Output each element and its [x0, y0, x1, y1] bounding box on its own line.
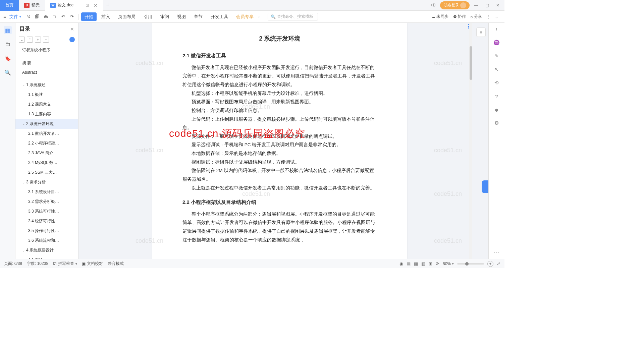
- login-button[interactable]: 访客登录: [440, 1, 470, 9]
- tab-add-button[interactable]: +: [103, 2, 113, 9]
- style-icon[interactable]: ♒: [493, 39, 500, 46]
- tab-document[interactable]: W 论文.doc ⊡ ✕: [45, 0, 103, 11]
- edit-icon[interactable]: ✎: [493, 52, 500, 60]
- save-as-icon[interactable]: 🗐: [33, 13, 41, 20]
- outline-indicator-icon[interactable]: [69, 37, 75, 42]
- help-icon[interactable]: ?: [493, 93, 500, 100]
- outline-item[interactable]: 1.2 课题意义: [15, 100, 78, 109]
- search-input[interactable]: 🔍查找命令、搜索模板: [268, 13, 318, 20]
- tab-home[interactable]: 首页: [0, 0, 19, 11]
- ribbon-chapter[interactable]: 章节: [191, 12, 206, 21]
- ribbon-layout[interactable]: 页面布局: [115, 12, 139, 21]
- more-icon[interactable]: ⋮: [487, 14, 491, 19]
- outline-item[interactable]: ⌄3 需求分析: [15, 177, 78, 187]
- doc-h1: 2 系统开发环境: [182, 33, 377, 44]
- find-icon[interactable]: 🔍: [4, 68, 12, 76]
- zoom-slider[interactable]: [457, 263, 484, 265]
- minimize-button[interactable]: —: [472, 1, 480, 9]
- outline-expand-all-icon[interactable]: ⌃: [27, 37, 33, 43]
- print-preview-icon[interactable]: 🗋: [51, 13, 58, 20]
- outline-close-icon[interactable]: ✕: [70, 26, 74, 32]
- redo-icon[interactable]: ↷: [68, 13, 75, 20]
- hamburger-icon[interactable]: ≡: [3, 14, 6, 19]
- reading-mode-icon[interactable]: ≡: [476, 27, 486, 37]
- scrollbar-track[interactable]: [469, 23, 472, 259]
- save-icon[interactable]: 🖫: [24, 13, 32, 20]
- scrollbar-thumb[interactable]: [470, 46, 472, 80]
- outline-item[interactable]: 3.6 系统流程和…: [15, 236, 78, 245]
- print-icon[interactable]: 🖶: [42, 13, 49, 20]
- outline-item[interactable]: ⌄2 系统开发环境: [15, 119, 78, 129]
- zoom-reset-icon[interactable]: ⟳: [436, 261, 439, 266]
- zoom-level[interactable]: 80% ▾: [443, 262, 454, 266]
- outline-item[interactable]: 3.4 经济可行性: [15, 216, 78, 226]
- outline-item[interactable]: 1.3 主要内容: [15, 109, 78, 119]
- maximize-button[interactable]: ▢: [483, 1, 491, 9]
- collapse-ribbon-icon[interactable]: ⌵: [495, 14, 498, 19]
- ribbon-review[interactable]: 审阅: [157, 12, 172, 21]
- word-count[interactable]: 字数: 10238: [27, 261, 48, 267]
- check-icon: ☑: [53, 262, 57, 266]
- close-button[interactable]: ✕: [494, 1, 502, 9]
- outline-item[interactable]: 4.1 概述: [15, 255, 78, 259]
- outline-item[interactable]: 订餐系统小程序: [15, 45, 78, 55]
- sync-button[interactable]: ☁未同步: [431, 14, 448, 19]
- outline-item[interactable]: 3.2 需求分析概…: [15, 197, 78, 207]
- outline-item[interactable]: 3.3 系统可行性…: [15, 207, 78, 216]
- ribbon-reference[interactable]: 引用: [140, 12, 156, 21]
- outline-item[interactable]: 2.1 微信开发者…: [15, 129, 78, 138]
- outline-add-icon[interactable]: +: [35, 37, 41, 43]
- settings-icon[interactable]: ⟲: [493, 79, 500, 87]
- outline-item[interactable]: ⌄4 系统概要设计: [15, 245, 78, 255]
- outline-item[interactable]: Abstract: [15, 68, 78, 77]
- tab-daoke[interactable]: D稻壳: [19, 0, 45, 11]
- bookmark-icon[interactable]: 🔖: [4, 54, 12, 62]
- expand-icon[interactable]: ⤢: [497, 261, 500, 266]
- gear-icon[interactable]: ⚙: [493, 119, 500, 127]
- outline-item[interactable]: 1.1 概述: [15, 90, 78, 100]
- app-badge-icon[interactable]: ⑴: [429, 1, 437, 9]
- proofread-button[interactable]: ▣文档校对: [82, 261, 103, 267]
- select-icon[interactable]: ↖: [493, 66, 500, 73]
- outline-item[interactable]: 3.5 操作可行性…: [15, 226, 78, 236]
- spellcheck-button[interactable]: ☑拼写检查▾: [53, 261, 77, 267]
- more-tools-icon[interactable]: ⋯: [493, 249, 500, 256]
- zoom-in-button[interactable]: +: [487, 261, 493, 267]
- ribbon-vip[interactable]: 会员专享: [233, 12, 257, 21]
- outline-item[interactable]: 2.5 SSM 三大…: [15, 168, 78, 177]
- page-indicator[interactable]: 页面: 6/38: [4, 261, 22, 267]
- outline-title: 目录: [19, 25, 30, 33]
- view-read-icon[interactable]: ◉: [399, 261, 403, 266]
- file-menu[interactable]: 文件▾: [7, 14, 23, 20]
- outline-list: 订餐系统小程序 摘 要 Abstract ⌄1 系统概述 1.1 概述 1.2 …: [15, 45, 78, 259]
- tab-close-icon[interactable]: ✕: [94, 3, 98, 8]
- undo-icon[interactable]: ↶: [59, 13, 67, 20]
- ribbon-insert[interactable]: 插入: [98, 12, 113, 21]
- view-print-icon[interactable]: ▤: [407, 261, 411, 266]
- outline-item[interactable]: 2.2 小程序框架…: [15, 138, 78, 148]
- ribbon-view[interactable]: 视图: [174, 12, 189, 21]
- emoji-icon[interactable]: ☻: [493, 106, 500, 113]
- view-outline-icon[interactable]: ▥: [421, 261, 425, 266]
- outline-item[interactable]: 摘 要: [15, 58, 78, 68]
- window-present-icon[interactable]: ⊡: [86, 3, 89, 8]
- ribbon-developer[interactable]: 开发工具: [207, 12, 231, 21]
- share-button[interactable]: ⎋分享: [471, 14, 482, 19]
- outline-item[interactable]: 2.3 JAVA 简介: [15, 148, 78, 158]
- outline-item[interactable]: ⌄1 系统概述: [15, 80, 78, 90]
- folder-icon[interactable]: 🗀: [4, 40, 12, 48]
- outline-icon[interactable]: ▦: [4, 26, 12, 34]
- outline-item[interactable]: 3.1 系统设计目…: [15, 187, 78, 197]
- view-web-icon[interactable]: ▦: [414, 261, 418, 266]
- view-fullscreen-icon[interactable]: ⊞: [429, 261, 432, 266]
- setting-handle-icon[interactable]: ⫶: [493, 25, 500, 33]
- outline-remove-icon[interactable]: −: [43, 37, 49, 43]
- compat-mode[interactable]: 兼容模式: [108, 261, 124, 267]
- ribbon-start[interactable]: 开始: [81, 12, 97, 21]
- cloud-icon: ☁: [431, 14, 435, 19]
- outline-collapse-all-icon[interactable]: ⌄: [19, 37, 25, 43]
- outline-item[interactable]: 2.4 MySQL 数…: [15, 158, 78, 168]
- side-tab-handle[interactable]: [482, 180, 488, 193]
- collab-button[interactable]: ⚉协作: [453, 14, 466, 19]
- document-area: 🗎▾ ≡ code51.cn code51.cn code51.cn code5…: [78, 23, 488, 259]
